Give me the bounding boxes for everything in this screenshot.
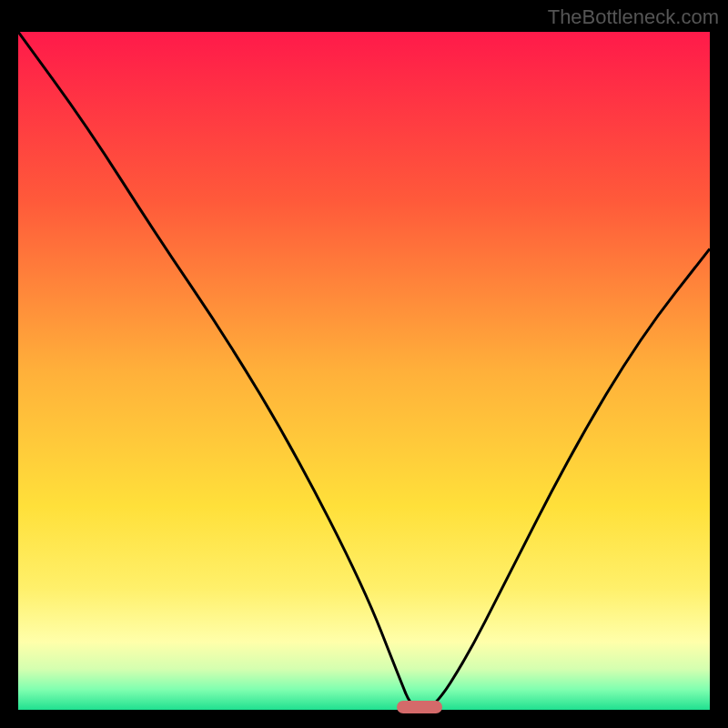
bottleneck-curve <box>18 32 710 710</box>
watermark-text: TheBottleneck.com <box>548 5 719 29</box>
chart-container <box>18 32 710 710</box>
optimal-marker <box>397 701 442 713</box>
